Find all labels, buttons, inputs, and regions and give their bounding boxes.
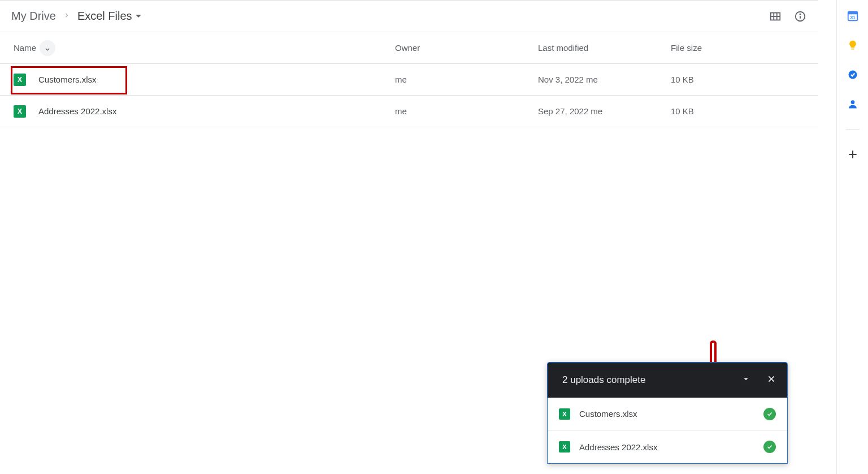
table-row[interactable]: X Customers.xlsx me Nov 3, 2022me 10 KB: [0, 64, 818, 96]
svg-text:31: 31: [850, 15, 856, 20]
file-owner: me: [395, 75, 538, 84]
svg-point-6: [800, 14, 800, 14]
file-modified: Sep 27, 2022me: [538, 106, 671, 116]
upload-item[interactable]: X Customers.xlsx: [548, 398, 787, 430]
upload-item-name: Customers.xlsx: [579, 409, 637, 419]
breadcrumb: My Drive Excel Files: [0, 1, 818, 32]
upload-item[interactable]: X Addresses 2022.xlsx: [548, 430, 787, 463]
breadcrumb-current[interactable]: Excel Files: [77, 10, 141, 23]
file-size: 10 KB: [671, 75, 813, 84]
file-modified: Nov 3, 2022me: [538, 75, 671, 84]
collapse-icon[interactable]: [741, 374, 751, 387]
sort-arrow-down-icon[interactable]: [40, 40, 55, 56]
upload-item-name: Addresses 2022.xlsx: [579, 442, 657, 452]
contacts-icon[interactable]: [846, 97, 860, 111]
file-name: Addresses 2022.xlsx: [38, 106, 116, 116]
caret-down-icon: [136, 15, 141, 18]
upload-panel-title: 2 uploads complete: [562, 374, 645, 386]
excel-file-icon: X: [559, 441, 570, 453]
excel-file-icon: X: [14, 74, 26, 86]
info-icon[interactable]: [793, 10, 807, 23]
check-circle-icon: [763, 441, 776, 453]
table-row[interactable]: X Addresses 2022.xlsx me Sep 27, 2022me …: [0, 96, 818, 127]
keep-icon[interactable]: [846, 38, 860, 52]
excel-file-icon: X: [559, 408, 570, 420]
upload-panel-header: 2 uploads complete: [548, 363, 787, 398]
file-size: 10 KB: [671, 106, 813, 116]
column-header-modified[interactable]: Last modified: [538, 43, 671, 53]
svg-point-11: [850, 100, 854, 104]
main-area: My Drive Excel Files: [0, 0, 818, 474]
breadcrumb-current-label: Excel Files: [77, 10, 132, 23]
file-name: Customers.xlsx: [38, 75, 97, 84]
chevron-right-icon: [63, 10, 71, 22]
grid-view-icon[interactable]: [769, 10, 782, 23]
breadcrumb-root[interactable]: My Drive: [11, 10, 56, 23]
column-header-name[interactable]: Name: [14, 40, 395, 56]
column-header-size[interactable]: File size: [671, 43, 813, 53]
excel-file-icon: X: [14, 105, 26, 118]
file-owner: me: [395, 106, 538, 116]
close-icon[interactable]: [767, 374, 776, 386]
column-header-owner[interactable]: Owner: [395, 43, 538, 53]
side-panel: 31: [836, 0, 868, 474]
table-header: Name Owner Last modified File size: [0, 32, 818, 64]
svg-rect-8: [848, 12, 857, 15]
calendar-icon[interactable]: 31: [846, 9, 860, 23]
tasks-icon[interactable]: [846, 68, 860, 81]
check-circle-icon: [763, 408, 776, 420]
side-panel-divider: [846, 129, 860, 130]
add-icon[interactable]: [846, 148, 860, 161]
upload-panel: 2 uploads complete X Customers.xlsx X: [547, 362, 788, 464]
